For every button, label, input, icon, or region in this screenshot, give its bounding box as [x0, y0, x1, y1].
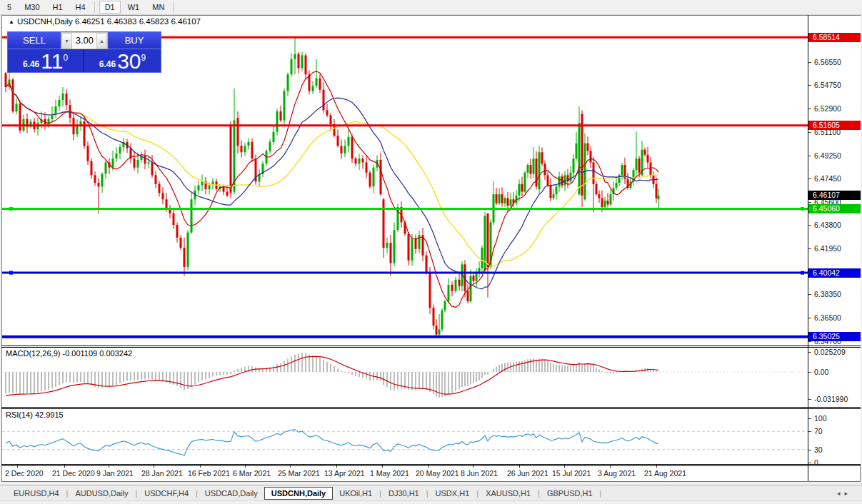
pane-separator[interactable]: [1, 407, 861, 408]
date-tick-mark: [245, 465, 246, 468]
candle: [26, 114, 29, 133]
rsi-indicator-canvas[interactable]: [2, 408, 808, 465]
candle: [144, 150, 146, 170]
tab-scroll-left-icon[interactable]: ◂: [837, 490, 845, 497]
tab-usdx-h1[interactable]: USDX,H1: [429, 487, 476, 500]
tab-ukoil-h1[interactable]: UKOil,H1: [333, 487, 379, 500]
date-tick-mark: [109, 465, 109, 468]
candle: [383, 198, 385, 258]
candle: [516, 190, 518, 205]
candle: [584, 133, 586, 201]
level-handle[interactable]: [9, 207, 13, 211]
candle: [162, 187, 164, 204]
candle: [159, 181, 161, 197]
level-handle[interactable]: [9, 271, 13, 275]
timeframe-d1[interactable]: D1: [99, 1, 121, 14]
tab-audusd-daily[interactable]: AUDUSD,Daily: [69, 487, 134, 500]
pane-separator: [1, 464, 861, 465]
candle: [419, 231, 421, 253]
sell-price-display[interactable]: 6.46 11 0: [8, 49, 84, 72]
candle: [5, 72, 7, 93]
sell-button[interactable]: SELL: [8, 32, 61, 49]
tab-separator: |: [66, 489, 69, 498]
timeframe-w1[interactable]: W1: [122, 1, 146, 14]
candle: [390, 235, 392, 276]
candle: [493, 181, 495, 225]
date-label: 3 Aug 2021: [598, 469, 636, 478]
tab-separator: |: [135, 489, 137, 498]
timeframe-m30[interactable]: M30: [19, 1, 45, 14]
status-strip: [0, 500, 862, 504]
tab-xauusd-h1[interactable]: XAUUSD,H1: [479, 487, 537, 500]
tab-usdcad-daily[interactable]: USDCAD,Daily: [199, 487, 264, 500]
candle: [487, 213, 489, 298]
candle: [451, 281, 453, 296]
candle: [123, 138, 125, 151]
price-tick-mark: [808, 109, 811, 109]
tab-usdcnh-daily[interactable]: USDCNH,Daily: [264, 487, 333, 500]
tab-eurusd-h4[interactable]: EURUSD,H4: [7, 487, 66, 500]
candle: [618, 173, 621, 186]
axis-separator-line: [808, 15, 808, 481]
timeframe-5[interactable]: 5: [1, 1, 17, 14]
tab-gbpusd-h1[interactable]: GBPUSD,H1: [541, 487, 599, 500]
price-scale-axis[interactable]: 6.565506.547506.529006.511006.492506.474…: [808, 16, 861, 465]
tab-scroll-right-icon[interactable]: ▸: [844, 490, 852, 497]
tab-separator: |: [426, 489, 429, 498]
level-handle[interactable]: [808, 271, 811, 275]
level-handle[interactable]: [808, 207, 811, 211]
candle: [533, 147, 535, 178]
pane-separator[interactable]: [1, 346, 861, 346]
candle: [148, 157, 150, 168]
timeframe-h4[interactable]: H4: [70, 1, 91, 14]
candle: [87, 141, 89, 165]
date-axis[interactable]: 2 Dec 202021 Dec 20209 Jan 202128 Jan 20…: [2, 466, 808, 481]
candle: [550, 178, 552, 201]
date-label: 15 Jul 2021: [552, 469, 591, 478]
candle: [116, 147, 118, 161]
date-label: 21 Dec 2020: [52, 469, 95, 478]
candle: [101, 172, 104, 193]
rsi-line: [6, 430, 658, 455]
level-handle[interactable]: [801, 271, 804, 275]
sell-price-sup: 0: [63, 53, 68, 63]
buy-price-display[interactable]: 6.46 30 9: [84, 49, 161, 72]
tab-usdchf-h4[interactable]: USDCHF,H4: [138, 487, 195, 500]
candle: [291, 53, 293, 76]
price-tick-label: 6.36500: [814, 313, 841, 322]
candle: [366, 155, 368, 178]
tab-separator: |: [538, 489, 540, 498]
timeframe-h1[interactable]: H1: [47, 1, 69, 14]
candle: [633, 168, 635, 186]
price-tick-label: 6.41950: [814, 244, 841, 253]
candle: [180, 236, 182, 251]
candle: [201, 174, 204, 191]
price-tick-mark: [808, 132, 811, 133]
candle: [55, 99, 57, 118]
volume-input[interactable]: 3.00: [72, 33, 96, 49]
candle: [51, 106, 54, 122]
candle: [176, 223, 179, 243]
candle: [590, 146, 592, 168]
candle: [198, 181, 200, 195]
tab-dj30-h1[interactable]: DJ30,H1: [382, 487, 426, 500]
date-label: 16 Feb 2021: [188, 469, 230, 478]
volume-increase-button[interactable]: ▲: [96, 33, 107, 49]
trading-terminal: 5M30H1H4D1W1MN ▲USDCNH,Daily 6.46251 6.4…: [0, 0, 862, 504]
candle: [607, 193, 609, 207]
candle: [19, 100, 21, 133]
price-tick-mark: [808, 178, 811, 179]
date-tick-mark: [290, 465, 291, 468]
buy-button[interactable]: BUY: [108, 32, 161, 49]
volume-decrease-button[interactable]: ▼: [61, 33, 72, 49]
candle: [578, 106, 581, 196]
candle: [448, 278, 450, 303]
timeframe-toolbar: 5M30H1H4D1W1MN: [0, 0, 862, 15]
level-handle[interactable]: [801, 207, 804, 211]
tab-separator: |: [476, 489, 478, 498]
rsi-label: RSI(14) 42.9915: [6, 410, 64, 419]
candle: [636, 132, 638, 176]
candle: [624, 158, 626, 184]
date-tick-mark: [473, 465, 473, 468]
timeframe-mn[interactable]: MN: [146, 1, 170, 14]
